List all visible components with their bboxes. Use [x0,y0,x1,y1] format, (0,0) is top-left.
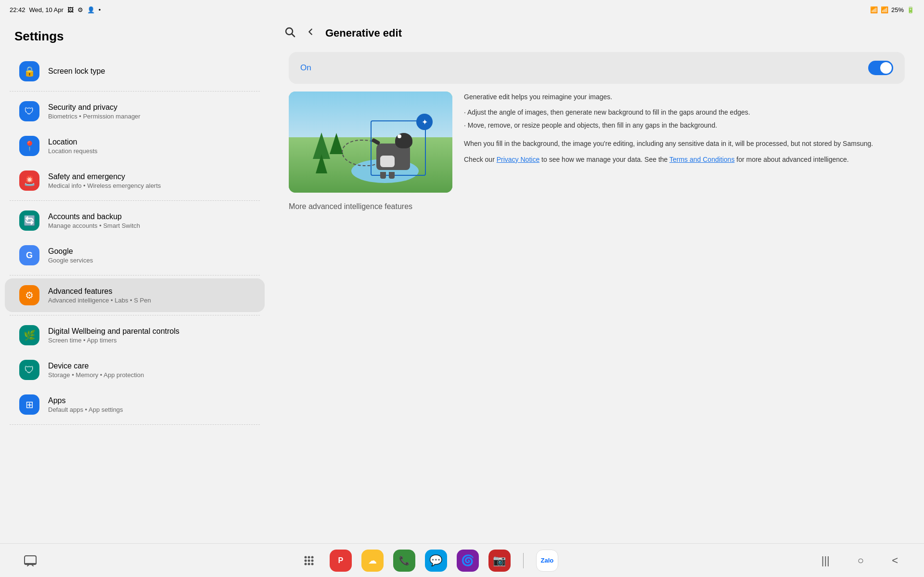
right-panel: Generative edit On [270,19,924,543]
svg-point-6 [311,556,313,558]
right-header: Generative edit [270,19,924,47]
dog-body [376,144,410,170]
galaxy-app-icon[interactable]: 🌀 [457,550,479,572]
dog-eye [398,134,401,138]
battery-icon: 🔋 [907,6,914,13]
back-nav-button[interactable]: < [885,551,905,570]
location-subtitle: Location requests [48,147,98,155]
sidebar-item-security[interactable]: 🛡 Security and privacy Biometrics • Perm… [5,94,265,128]
pocket-app-icon[interactable]: P [330,550,352,572]
notification-icon: 👤 [87,6,95,13]
battery: 25% [891,6,904,13]
svg-point-11 [308,563,310,565]
sidebar-item-wellbeing[interactable]: 🌿 Digital Wellbeing and parental control… [5,318,265,352]
feature-image: ✦ [289,92,452,193]
sidebar-item-apps[interactable]: ⊞ Apps Default apps • App settings [5,388,265,421]
zalo-app-icon[interactable]: Zalo [536,550,558,572]
screenshot-icon[interactable] [19,550,41,572]
gear-icon: ⚙ [77,6,83,13]
sidebar-title: Settings [0,24,270,53]
media-icon: 🖼 [67,6,74,13]
device-care-subtitle: Storage • Memory • App protection [48,371,144,379]
nav-divider [523,553,524,568]
toggle-row[interactable]: On [289,52,905,84]
status-left: 22:42 Wed, 10 Apr 🖼 ⚙ 👤 • [10,6,101,13]
wellbeing-title: Digital Wellbeing and parental controls [48,327,180,336]
safety-subtitle: Medical info • Wireless emergency alerts [48,182,161,189]
sidebar-item-google[interactable]: G Google Google services [5,238,265,272]
more-features-link[interactable]: More advanced intelligence features [289,202,905,211]
dot-icon: • [99,6,101,13]
advanced-subtitle: Advanced intelligence • Labs • S Pen [48,297,151,304]
bullet-2: · Move, remove, or resize people and obj… [464,120,905,131]
search-button[interactable] [284,26,295,40]
back-button[interactable] [305,26,316,40]
location-icon: 📍 [19,136,39,156]
security-title: Security and privacy [48,103,141,112]
svg-point-7 [304,559,307,562]
right-content: On [270,47,924,543]
sidebar-item-safety[interactable]: 🚨 Safety and emergency Medical info • Wi… [5,164,265,197]
safety-title: Safety and emergency [48,172,161,181]
right-panel-title: Generative edit [325,27,402,39]
svg-point-9 [311,559,313,562]
google-title: Google [48,247,93,256]
privacy-links-text: Check our Privacy Notice to see how we m… [464,154,905,165]
apps-title: Apps [48,396,123,405]
sidebar-item-accounts[interactable]: 🔄 Accounts and backup Manage accounts • … [5,204,265,237]
safety-icon: 🚨 [19,170,39,191]
dog-leg2 [389,172,395,179]
time: 22:42 [10,6,26,13]
sidebar-item-device-care[interactable]: 🛡 Device care Storage • Memory • App pro… [5,353,265,387]
recents-button[interactable]: ||| [815,551,836,570]
wifi-icon: 📶 [870,6,878,13]
home-button[interactable]: ○ [851,551,871,570]
divider-1 [10,91,260,92]
accounts-subtitle: Manage accounts • Smart Switch [48,222,140,229]
toggle-switch[interactable] [868,61,893,75]
google-icon: G [19,245,39,265]
advanced-title: Advanced features [48,287,151,296]
bottom-left [19,550,41,572]
signal-icon: 📶 [881,6,888,13]
wellbeing-icon: 🌿 [19,325,39,345]
privacy-notice-link[interactable]: Privacy Notice [497,156,539,163]
sidebar-item-advanced[interactable]: ⚙ Advanced features Advanced intelligenc… [5,278,265,312]
messages-app-icon[interactable]: 💬 [425,550,447,572]
status-bar: 22:42 Wed, 10 Apr 🖼 ⚙ 👤 • 📶 📶 25% 🔋 [0,0,924,19]
svg-point-12 [311,563,313,565]
ai-star-button[interactable]: ✦ [416,114,433,130]
main-layout: Settings 🔒 Screen lock type 🛡 Security a… [0,19,924,543]
device-care-icon: 🛡 [19,360,39,380]
status-right: 📶 📶 25% 🔋 [870,6,914,13]
bottom-center-apps: P ☁ 📞 💬 🌀 📷 Zalo [298,550,558,572]
security-icon: 🛡 [19,101,39,121]
svg-point-5 [308,556,310,558]
device-care-title: Device care [48,362,144,370]
sidebar-item-location[interactable]: 📍 Location Location requests [5,129,265,163]
camera-app-icon[interactable]: 📷 [488,550,511,572]
terms-link[interactable]: Terms and Conditions [669,156,734,163]
feature-section: ✦ Generative edit helps you reimagine yo… [289,92,905,193]
accounts-title: Accounts and backup [48,212,140,221]
dog-tail [371,138,381,145]
grid-button[interactable] [298,550,320,572]
google-subtitle: Google services [48,257,93,264]
feature-title-text: Generative edit helps you reimagine your… [464,92,905,102]
store-app-icon[interactable]: ☁ [361,550,384,572]
bottom-right-nav: ||| ○ < [815,551,905,570]
phone-app-icon[interactable]: 📞 [393,550,415,572]
svg-point-10 [304,563,307,565]
svg-point-4 [304,556,307,558]
divider-2 [10,200,260,201]
bottom-nav: P ☁ 📞 💬 🌀 📷 Zalo ||| ○ < [0,543,924,577]
date: Wed, 10 Apr [29,6,64,13]
sidebar-item-screen-lock[interactable]: 🔒 Screen lock type [5,54,265,88]
sidebar: Settings 🔒 Screen lock type 🛡 Security a… [0,19,270,543]
toggle-label: On [300,63,311,73]
privacy-section: When you fill in the background, the ima… [464,138,905,165]
screen-lock-icon: 🔒 [19,61,39,81]
privacy-processing-text: When you fill in the background, the ima… [464,138,905,149]
feature-description: Generative edit helps you reimagine your… [464,92,905,193]
wellbeing-subtitle: Screen time • App timers [48,337,180,344]
